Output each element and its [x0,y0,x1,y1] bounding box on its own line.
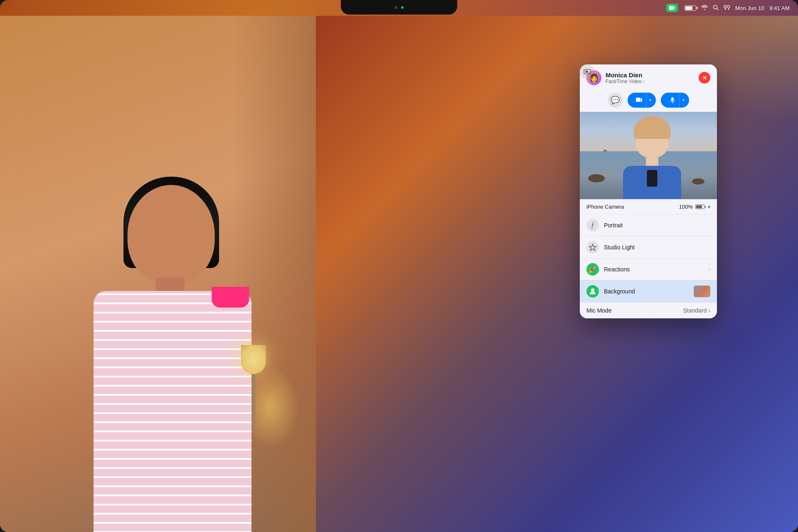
camera-source-label: iPhone Camera [586,204,624,210]
subtitle-chevron: › [643,79,645,84]
preview-scarf [647,170,658,187]
camera-dot [394,6,398,9]
svg-point-4 [724,9,726,10]
svg-point-5 [728,9,729,10]
preview-body [623,166,681,199]
svg-rect-8 [671,97,674,101]
background-label: Background [604,288,689,295]
battery-small-icon [695,204,704,209]
camera-bar[interactable]: iPhone Camera 100% ▾ [580,199,717,214]
mic-mode-chevron-icon: › [708,307,710,314]
svg-point-3 [727,5,730,8]
emoji-button[interactable]: 💬 [608,93,623,108]
lamp-shade [241,345,266,374]
person-collar [212,287,249,308]
preview-hair [635,118,669,139]
video-camera-icon [669,6,675,10]
reactions-icon: 🎉 [586,263,599,276]
person-body [94,291,251,532]
battery-small-fill [696,205,702,208]
svg-line-1 [717,8,718,10]
menu-items: ƒ Portrait Studio Light 🎉 [580,214,717,302]
menubar-battery [685,5,696,11]
preview-person [615,120,690,199]
contact-info: Monica Dien FaceTime Video › [606,71,695,84]
svg-marker-15 [589,244,596,251]
background-icon-svg [589,288,596,295]
thumbnail-image [694,286,710,297]
reactions-label: Reactions [604,266,704,273]
mic-ctrl-group: ▾ [661,93,689,108]
studio-light-menu-item[interactable]: Studio Light [580,236,717,258]
controls-row: 💬 ▾ [580,89,717,112]
notch [341,0,457,15]
facetime-panel: 👩 Monica Dien FaceTime Video › ✕ 💬 [580,64,717,318]
svg-rect-9 [672,102,673,103]
emoji-icon: 💬 [611,96,620,105]
rocks [588,174,605,182]
video-chevron-button[interactable]: ▾ [646,93,656,108]
camera-battery: 100% ▾ [679,204,710,210]
svg-point-2 [724,5,727,8]
studio-light-label: Studio Light [604,244,710,251]
background-icon [586,285,599,298]
reactions-menu-item[interactable]: 🎉 Reactions › [580,258,717,280]
mic-mode-bar[interactable]: Mic Mode Standard › [580,302,717,318]
video-ctrl-group: ▾ [628,93,656,108]
svg-rect-11 [585,71,588,73]
panel-header: 👩 Monica Dien FaceTime Video › ✕ [580,64,717,89]
menubar-right: Mon Jun 10 9:41 AM [666,4,790,12]
studio-light-svg [589,244,596,251]
preview-neck [646,158,658,166]
close-button[interactable]: ✕ [699,72,710,84]
portrait-icon-glyph: ƒ [591,221,595,230]
macbook-frame: Mon Jun 10 9:41 AM [0,0,798,532]
chevron-down-icon: ▾ [649,98,651,102]
svg-point-16 [591,288,594,292]
menubar-time: 9:41 AM [769,5,790,11]
battery-icon [685,5,696,11]
lamp [241,345,266,428]
wifi-icon[interactable] [701,5,708,11]
background-menu-item[interactable]: Background [580,280,717,302]
mic-chevron-button[interactable]: ▾ [679,93,689,108]
mic-mode-current: Standard [683,307,707,314]
menubar-datetime: Mon Jun 10 [735,5,764,11]
background-thumbnail [694,286,710,297]
preview-head [635,120,669,158]
microphone-icon [670,97,675,103]
contact-name: Monica Dien [606,71,695,79]
portrait-label: Portrait [604,222,710,229]
screen-share-icon [584,69,591,75]
reactions-chevron-icon: › [709,266,710,272]
video-camera-icon-btn [636,98,643,103]
person-head [128,185,215,285]
spotlight-search-icon[interactable] [713,5,719,12]
portrait-icon: ƒ [586,219,599,232]
local-video [0,16,316,532]
camera-light [401,6,404,9]
chevron-down-icon-mic: ▾ [682,98,685,102]
mic-mode-label: Mic Mode [586,307,612,314]
lamp-base [252,374,255,428]
mic-mode-value: Standard › [683,307,711,314]
screen-share-button[interactable] [580,64,595,79]
camera-chevron-icon: ▾ [708,204,710,210]
close-icon: ✕ [702,75,707,81]
studio-light-icon [586,241,599,254]
control-center-icon[interactable] [724,5,730,11]
video-preview [580,112,717,199]
rocks2 [692,178,704,185]
contact-subtitle: FaceTime Video › [606,79,695,84]
facetime-menubar-icon[interactable] [666,4,678,12]
contact-service: FaceTime Video [606,79,642,84]
battery-percentage: 100% [679,204,693,210]
video-button[interactable] [628,93,646,108]
screen: Mon Jun 10 9:41 AM [0,0,798,532]
reactions-icon-glyph: 🎉 [589,266,597,273]
battery-fill [685,6,692,10]
portrait-menu-item[interactable]: ƒ Portrait [580,214,717,236]
mic-button[interactable] [661,93,679,108]
